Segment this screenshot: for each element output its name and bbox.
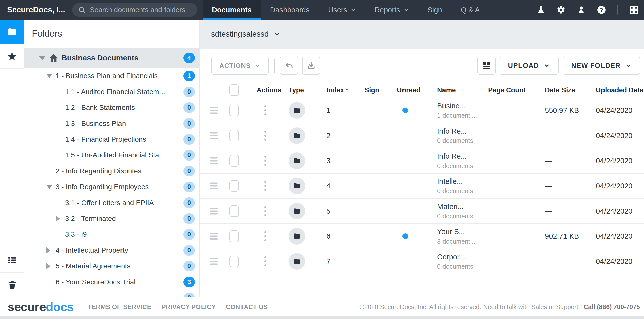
view-toggle-button[interactable]	[477, 57, 496, 75]
tree-row[interactable]: 1.3 - Business Plan 0	[24, 115, 199, 131]
download-button[interactable]	[302, 57, 320, 75]
tab-sign[interactable]: Sign	[418, 0, 451, 20]
row-name[interactable]: Materi...	[437, 203, 473, 211]
expander-icon[interactable]	[56, 215, 65, 222]
chevron-down-icon[interactable]	[273, 30, 281, 38]
tree-row[interactable]: 1.5 - Un-Audited Financial Sta... 0	[24, 147, 199, 163]
column-header-name[interactable]: Name	[437, 86, 456, 94]
row-checkbox[interactable]	[229, 180, 239, 192]
row-name-cell[interactable]: Your S... 3 document...	[437, 228, 475, 245]
row-actions-kebab-icon[interactable]	[264, 131, 266, 141]
footer-link[interactable]: CONTACT US	[226, 303, 268, 311]
drag-handle[interactable]	[210, 258, 218, 265]
tree-row[interactable]: Business Documents 4	[24, 48, 199, 68]
tree-row[interactable]: 3 - Info Regarding Employees 0	[24, 179, 199, 195]
row-name[interactable]: Corpor...	[437, 253, 473, 261]
tab-documents[interactable]: Documents	[203, 0, 261, 20]
row-name-cell[interactable]: Info Re... 0 documents	[437, 152, 473, 170]
new-folder-button[interactable]: NEW FOLDER	[563, 57, 640, 75]
row-name[interactable]: Info Re...	[437, 127, 473, 135]
drag-handle[interactable]	[210, 107, 218, 114]
rail-item-favorites[interactable]: ★	[0, 44, 24, 69]
row-checkbox[interactable]	[229, 256, 239, 267]
drag-handle[interactable]	[210, 132, 218, 139]
tree-row[interactable]: 4 - Intellectual Property 0	[24, 242, 199, 258]
row-name[interactable]: Busine...	[437, 102, 477, 110]
tree-row[interactable]: 3.3 - i9 0	[24, 226, 199, 242]
row-actions-kebab-icon[interactable]	[264, 256, 266, 266]
user-profile-icon[interactable]	[577, 5, 586, 14]
lab-flask-icon[interactable]	[536, 5, 545, 14]
expander-icon[interactable]	[46, 185, 56, 189]
help-icon[interactable]: ?	[597, 5, 606, 15]
drag-handle[interactable]	[210, 233, 218, 240]
drag-handle[interactable]	[210, 208, 218, 215]
expander-icon[interactable]	[46, 74, 56, 78]
row-actions-kebab-icon[interactable]	[264, 105, 266, 115]
tree-row[interactable]: 6 - Your SecureDocs Trial 3	[24, 274, 199, 290]
tree-row[interactable]: 1.2 - Bank Statements 0	[24, 100, 199, 115]
breadcrumb-current-folder[interactable]: sdtestingsalessd	[211, 30, 269, 39]
search-icon	[78, 6, 86, 14]
tab-users[interactable]: Users	[319, 0, 365, 20]
drag-handle[interactable]	[210, 157, 218, 164]
row-checkbox[interactable]	[229, 205, 239, 217]
search-input[interactable]	[90, 6, 192, 14]
rail-item-folders[interactable]	[0, 20, 24, 44]
app-grid-icon[interactable]	[629, 5, 638, 14]
tree-row[interactable]: 3.2 - Terminated 0	[24, 211, 199, 226]
row-name[interactable]: Your S...	[437, 228, 475, 236]
column-header-sign[interactable]: Sign	[365, 86, 379, 94]
row-name-cell[interactable]: Info Re... 0 documents	[437, 127, 473, 144]
tree-row[interactable]: 0	[24, 290, 199, 297]
undo-button[interactable]	[280, 57, 298, 75]
expander-icon[interactable]	[46, 263, 56, 269]
row-actions-kebab-icon[interactable]	[264, 206, 266, 216]
tree-row[interactable]: 3.1 - Offer Letters and EPIIA 0	[24, 195, 199, 211]
tab-dashboards[interactable]: Dashboards	[261, 0, 319, 20]
folder-icon	[293, 232, 301, 241]
upload-button[interactable]: UPLOAD	[500, 57, 559, 75]
tab-reports[interactable]: Reports	[365, 0, 418, 20]
tree-row[interactable]: 2 - Info Regarding Disputes 0	[24, 163, 199, 179]
row-checkbox[interactable]	[229, 130, 239, 141]
column-header-data-size[interactable]: Data Size	[545, 86, 575, 94]
row-actions-kebab-icon[interactable]	[264, 181, 266, 191]
column-header-uploaded-date[interactable]: Uploaded Date	[596, 86, 643, 94]
actions-button[interactable]: ACTIONS	[211, 57, 269, 75]
row-actions-kebab-icon[interactable]	[264, 156, 266, 166]
tree-item-label: 5 - Material Agreements	[56, 262, 130, 270]
row-name-cell[interactable]: Materi... 0 documents	[437, 203, 473, 220]
tab-q-a[interactable]: Q & A	[452, 0, 489, 20]
row-checkbox[interactable]	[229, 155, 239, 167]
drag-handle[interactable]	[210, 183, 218, 189]
row-name[interactable]: Info Re...	[437, 152, 473, 161]
settings-gear-icon[interactable]	[556, 5, 566, 14]
row-name[interactable]: Intelle...	[437, 177, 473, 186]
row-name-cell[interactable]: Intelle... 0 documents	[437, 177, 473, 195]
select-all-checkbox[interactable]	[229, 84, 239, 96]
row-checkbox[interactable]	[229, 105, 239, 116]
global-search[interactable]	[72, 3, 197, 17]
column-header-type[interactable]: Type	[289, 86, 304, 94]
row-uploaded-date: 04/24/2020	[596, 132, 632, 140]
column-header-index[interactable]: Index↑	[326, 86, 349, 94]
row-checkbox[interactable]	[229, 230, 239, 242]
row-name-cell[interactable]: Corpor... 0 documents	[437, 253, 473, 270]
rail-item-trash[interactable]	[0, 272, 24, 297]
row-name-cell[interactable]: Busine... 1 document,...	[437, 102, 477, 119]
column-header-actions[interactable]: Actions	[257, 86, 281, 94]
footer-link[interactable]: TERMS OF SERVICE	[88, 303, 151, 311]
tree-row[interactable]: 5 - Material Agreements 0	[24, 258, 199, 274]
column-header-unread[interactable]: Unread	[397, 86, 420, 94]
tree-row[interactable]: 1.1 - Audited Financial Statem... 0	[24, 84, 199, 100]
rail-item-index-list[interactable]	[0, 248, 24, 272]
item-count-badge: 0	[183, 134, 195, 145]
expander-icon[interactable]	[39, 56, 49, 60]
footer-link[interactable]: PRIVACY POLICY	[162, 303, 216, 311]
tree-row[interactable]: 1 - Business Plan and Financials 1	[24, 68, 199, 84]
tree-row[interactable]: 1.4 - Financial Projections 0	[24, 131, 199, 147]
expander-icon[interactable]	[46, 247, 56, 254]
column-header-page-count[interactable]: Page Count	[488, 86, 526, 94]
row-actions-kebab-icon[interactable]	[264, 231, 266, 241]
